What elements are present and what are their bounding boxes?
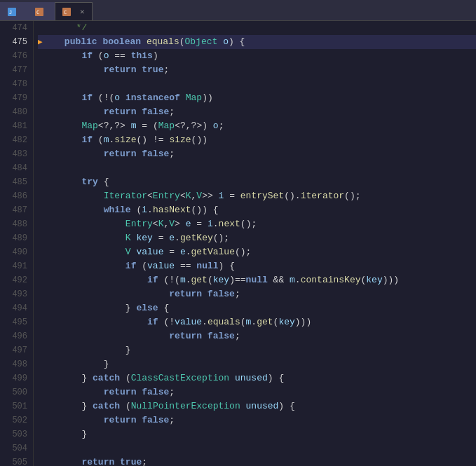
class-icon-1: C <box>35 8 43 16</box>
code-line: while (i.hasNext()) { <box>38 203 476 217</box>
code-line: */ <box>38 21 476 35</box>
code-line: if (!value.equals(m.get(key))) <box>38 315 476 329</box>
code-line: } catch (NullPointerException unused) { <box>38 399 476 413</box>
code-line: } <box>38 343 476 357</box>
line-numbers-gutter: 4744754764774784794804814824834844854864… <box>0 21 34 466</box>
code-line: if (value == null) { <box>38 259 476 273</box>
code-line: if (o == this) <box>38 49 476 63</box>
code-line: } catch (ClassCastException unused) { <box>38 371 476 385</box>
code-line <box>38 441 476 455</box>
line-number: 481 <box>3 119 27 133</box>
line-number: 505 <box>3 455 27 466</box>
line-number: 502 <box>3 413 27 427</box>
line-number: 483 <box>3 147 27 161</box>
line-number: 495 <box>3 315 27 329</box>
code-line: V value = e.getValue(); <box>38 245 476 259</box>
line-number: 487 <box>3 203 27 217</box>
line-number: 492 <box>3 273 27 287</box>
class-icon-2: C <box>62 8 71 16</box>
svg-text:C: C <box>64 10 67 15</box>
code-line: Entry<K,V> e = i.next(); <box>38 217 476 231</box>
code-line: } <box>38 427 476 441</box>
current-line-marker: ▶ <box>38 38 43 46</box>
line-number: 477 <box>3 63 27 77</box>
code-line: if (!(m.get(key)==null && m.containsKey(… <box>38 273 476 287</box>
svg-text:J: J <box>9 10 12 15</box>
line-number: 499 <box>3 371 27 385</box>
code-line <box>38 161 476 175</box>
line-number: 489 <box>3 231 27 245</box>
line-number: 498 <box>3 357 27 371</box>
code-line: if (!(o instanceof Map)) <box>38 91 476 105</box>
java-icon: J <box>8 8 16 16</box>
code-line: Iterator<Entry<K,V>> i = entrySet().iter… <box>38 189 476 203</box>
tab-bar: J C C ✕ <box>0 0 476 21</box>
tab-abstractmap[interactable]: C ✕ <box>55 2 93 20</box>
line-number: 475 <box>3 35 27 49</box>
code-line: return false; <box>38 105 476 119</box>
line-number: 486 <box>3 189 27 203</box>
code-line <box>38 77 476 91</box>
code-line: return false; <box>38 287 476 301</box>
code-area[interactable]: */▶ public boolean equals(Object o) { if… <box>34 21 476 466</box>
line-number: 490 <box>3 245 27 259</box>
code-line: } <box>38 357 476 371</box>
line-number: 485 <box>3 175 27 189</box>
line-number: 497 <box>3 343 27 357</box>
code-line: return true; <box>38 455 476 466</box>
code-line: Map<?,?> m = (Map<?,?>) o; <box>38 119 476 133</box>
editor: 4744754764774784794804814824834844854864… <box>0 21 476 466</box>
code-line: return false; <box>38 147 476 161</box>
line-number: 482 <box>3 133 27 147</box>
code-line: return false; <box>38 329 476 343</box>
line-number: 493 <box>3 287 27 301</box>
code-line: return true; <box>38 63 476 77</box>
code-line: ▶ public boolean equals(Object o) { <box>38 35 476 49</box>
line-number: 504 <box>3 441 27 455</box>
code-line: return false; <box>38 385 476 399</box>
line-number: 496 <box>3 329 27 343</box>
code-line: if (m.size() != size()) <box>38 133 476 147</box>
close-icon[interactable]: ✕ <box>80 7 85 16</box>
svg-text:C: C <box>36 10 39 15</box>
line-number: 501 <box>3 399 27 413</box>
tab-demo-map[interactable]: J <box>0 2 27 20</box>
line-number: 484 <box>3 161 27 175</box>
line-number: 500 <box>3 385 27 399</box>
code-line: return false; <box>38 413 476 427</box>
line-number: 479 <box>3 91 27 105</box>
tab-hashmap[interactable]: C <box>27 2 55 20</box>
line-number: 503 <box>3 427 27 441</box>
line-number: 474 <box>3 21 27 35</box>
code-line: K key = e.getKey(); <box>38 231 476 245</box>
line-number: 494 <box>3 301 27 315</box>
code-line: try { <box>38 175 476 189</box>
line-number: 488 <box>3 217 27 231</box>
line-number: 480 <box>3 105 27 119</box>
code-line: } else { <box>38 301 476 315</box>
line-number: 476 <box>3 49 27 63</box>
line-number: 478 <box>3 77 27 91</box>
line-number: 491 <box>3 259 27 273</box>
